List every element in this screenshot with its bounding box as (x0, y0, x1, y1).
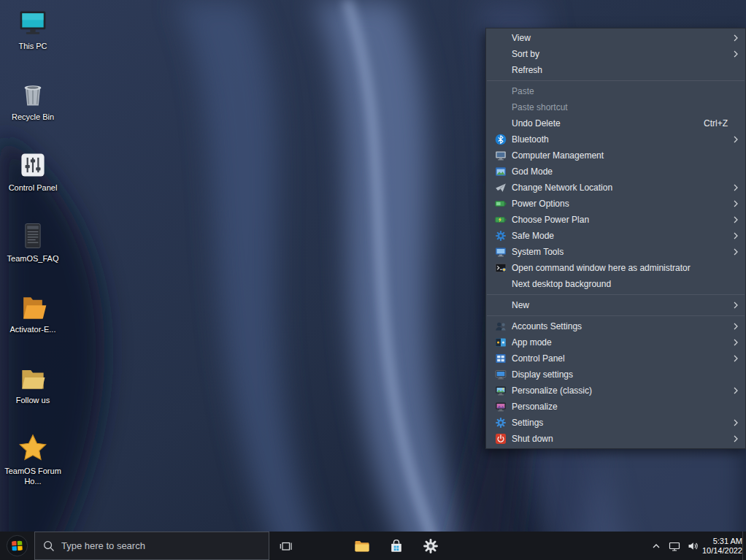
desktop-icon-teamos-faq[interactable]: TeamOS_FAQ (1, 217, 64, 288)
chevron-up-icon (650, 540, 662, 552)
desktop-icon-control-panel[interactable]: Control Panel (1, 146, 64, 217)
taskbar-clock[interactable]: 5:31 AM 10/14/2022 (702, 532, 742, 560)
volume-tray-button[interactable] (684, 532, 702, 560)
menu-item-bluetooth[interactable]: Bluetooth (486, 131, 745, 147)
god-mode-icon (495, 166, 507, 177)
network-location-icon (495, 182, 507, 193)
submenu-arrow-icon (734, 301, 739, 309)
menu-item-system-tools[interactable]: System Tools (486, 244, 745, 260)
control-panel-icon (16, 148, 50, 182)
show-desktop-button[interactable] (742, 532, 746, 560)
computer-management-icon (495, 150, 507, 161)
menu-item-label: Shut down (512, 434, 738, 444)
desktop-icon-label: Control Panel (9, 183, 58, 193)
menu-item-shortcut: Ctrl+Z (704, 118, 728, 129)
system-tools-icon (495, 246, 507, 258)
menu-item-safe-mode[interactable]: Safe Mode (486, 228, 745, 244)
menu-item-label: Next desktop background (512, 279, 738, 289)
personalize-icon (495, 401, 507, 413)
menu-item-view[interactable]: View (486, 30, 745, 46)
menu-icon-spacer (495, 101, 507, 113)
submenu-arrow-icon (734, 50, 739, 58)
accounts-icon (495, 321, 507, 332)
desktop-icon-label: TeamOS_FAQ (7, 254, 59, 264)
menu-item-label: Accounts Settings (512, 321, 738, 331)
desktop-icon-this-pc[interactable]: This PC (1, 4, 64, 75)
settings-button[interactable] (413, 532, 447, 560)
menu-item-settings[interactable]: Settings (486, 415, 745, 431)
desktop-icon-follow-us[interactable]: Follow us (1, 358, 64, 429)
menu-item-label: Choose Power Plan (512, 215, 738, 225)
menu-item-label: Personalize (512, 402, 738, 412)
desktop-icon-recycle-bin[interactable]: Recycle Bin (1, 75, 64, 146)
menu-item-label: Refresh (512, 65, 738, 75)
menu-item-label: Bluetooth (512, 134, 738, 145)
menu-item-personalize-classic[interactable]: Personalize (classic) (486, 383, 745, 399)
power-options-icon (495, 198, 507, 210)
menu-item-computer-management[interactable]: Computer Management (486, 147, 745, 164)
menu-item-change-network-location[interactable]: Change Network Location (486, 180, 745, 196)
menu-item-control-panel[interactable]: Control Panel (486, 350, 745, 367)
store-icon (388, 538, 404, 554)
menu-item-label: God Mode (512, 166, 738, 177)
teamos-faq-icon (16, 219, 50, 253)
desktop-icon-activator[interactable]: Activator-E... (1, 288, 64, 358)
start-button[interactable] (0, 532, 34, 560)
task-view-icon (280, 540, 293, 553)
menu-item-app-mode[interactable]: App mode (486, 334, 745, 350)
menu-item-shut-down[interactable]: Shut down (486, 431, 745, 447)
menu-item-next-desktop-background[interactable]: Next desktop background (486, 276, 745, 292)
menu-item-god-mode[interactable]: God Mode (486, 164, 745, 180)
follow-us-icon (16, 361, 50, 394)
menu-item-power-options[interactable]: Power Options (486, 196, 745, 212)
menu-item-label: Power Options (512, 199, 738, 209)
menu-item-sort-by[interactable]: Sort by (486, 46, 745, 62)
desktop-icon-label: Recycle Bin (12, 112, 54, 123)
desktop-icon-list: This PCRecycle BinControl PanelTeamOS_FA… (1, 4, 64, 500)
menu-item-label: Display settings (512, 369, 738, 380)
settings-icon (495, 417, 507, 429)
menu-item-personalize[interactable]: Personalize (486, 399, 745, 415)
speaker-icon (687, 540, 699, 552)
menu-item-label: App mode (512, 337, 738, 348)
menu-item-label: Sort by (512, 49, 738, 59)
tray-expand-button[interactable] (647, 532, 666, 560)
taskbar-search (34, 532, 269, 560)
menu-item-paste: Paste (486, 83, 745, 99)
safe-mode-icon (495, 230, 507, 242)
menu-item-label: View (512, 33, 738, 43)
submenu-arrow-icon (734, 231, 739, 239)
search-input[interactable] (61, 540, 261, 551)
menu-item-accounts-settings[interactable]: Accounts Settings (486, 318, 745, 334)
menu-item-display-settings[interactable]: Display settings (486, 367, 745, 383)
file-explorer-button[interactable] (345, 532, 379, 560)
desktop[interactable]: This PCRecycle BinControl PanelTeamOS_FA… (0, 0, 746, 560)
menu-item-undo-delete[interactable]: Undo DeleteCtrl+Z (486, 115, 745, 131)
menu-item-label: Safe Mode (512, 231, 738, 241)
store-button[interactable] (379, 532, 413, 560)
menu-icon-spacer (495, 64, 507, 76)
submenu-arrow-icon (734, 322, 739, 330)
menu-item-new[interactable]: New (486, 297, 745, 313)
submenu-arrow-icon (734, 135, 739, 143)
menu-separator (487, 80, 745, 81)
submenu-arrow-icon (734, 386, 739, 394)
menu-item-refresh[interactable]: Refresh (486, 62, 745, 78)
desktop-icon-teamos-forum[interactable]: TeamOS Forum Ho... (1, 429, 64, 500)
menu-item-choose-power-plan[interactable]: Choose Power Plan (486, 212, 745, 228)
teamos-forum-icon (16, 431, 50, 465)
context-menu: ViewSort byRefreshPastePaste shortcutUnd… (485, 28, 746, 449)
task-view-button[interactable] (269, 532, 303, 560)
submenu-arrow-icon (734, 248, 739, 256)
network-tray-button[interactable] (666, 532, 684, 560)
menu-icon-spacer (495, 299, 507, 311)
bluetooth-icon (495, 134, 507, 145)
submenu-arrow-icon (734, 354, 739, 362)
recycle-bin-icon (16, 77, 50, 111)
menu-item-label: Settings (512, 418, 738, 428)
menu-item-label: Computer Management (512, 150, 738, 161)
file-explorer-icon (354, 538, 370, 554)
submenu-arrow-icon (734, 215, 739, 223)
power-plan-icon (495, 214, 507, 226)
menu-item-open-command-window-here-as-administrator[interactable]: Open command window here as administrato… (486, 260, 745, 276)
